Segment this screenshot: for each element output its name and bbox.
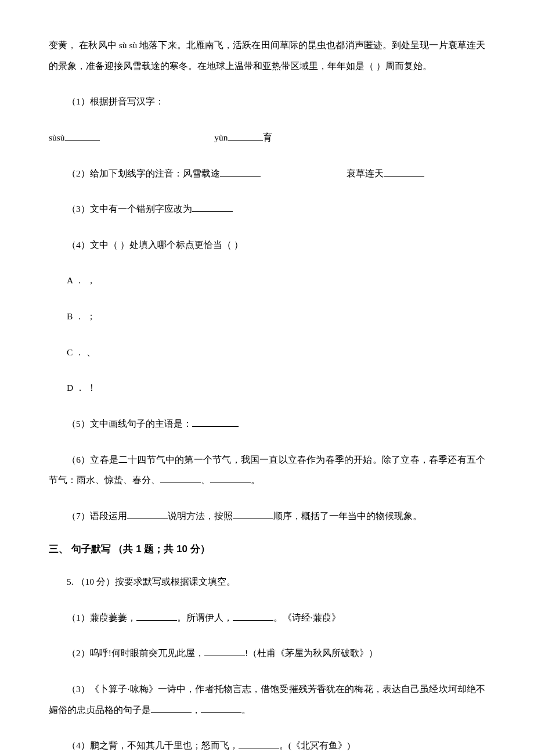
pinyin-yun: yùn: [214, 132, 228, 142]
option-d[interactable]: D ． ！: [49, 377, 485, 398]
question-5-header: 5. （10 分）按要求默写或根据课文填空。: [49, 571, 485, 592]
char-yu: 育: [263, 132, 272, 142]
blank-s3a[interactable]: [151, 703, 192, 713]
sub-question-2: （2）给加下划线字的注音：风雪载途 衰草连天: [49, 163, 485, 184]
q5-text: （5）文中画线句子的主语是：: [67, 419, 192, 429]
q7-text-a: （7）语段运用: [67, 511, 127, 521]
pinyin-row: sùsù yùn育: [49, 127, 485, 148]
q3-text: （3）文中有一个错别字应改为: [67, 204, 192, 214]
blank-yun[interactable]: [228, 131, 263, 141]
blank-zai[interactable]: [220, 167, 261, 177]
s2-b: !（杜甫《茅屋为秋风所破歌》）: [245, 648, 378, 658]
pinyin-susu: sùsù: [49, 132, 65, 142]
dictation-1: （1）蒹葭萋萋，。所谓伊人，。《诗经·蒹葭》: [49, 607, 485, 628]
sub-question-5: （5）文中画线句子的主语是：: [49, 413, 485, 434]
q7-text-c: 顺序，概括了一年当中的物候现象。: [273, 511, 422, 521]
s4-b: 。(《北冥有鱼》): [279, 740, 350, 750]
intro-paragraph: 变黄， 在秋风中 sù sù 地落下来。北雁南飞，活跃在田间草际的昆虫也都消声匿…: [49, 35, 485, 76]
sub-question-1: （1）根据拼音写汉字：: [49, 91, 485, 112]
q7-text-b: 说明方法，按照: [168, 511, 233, 521]
sub-question-6: （6）立春是二十四节气中的第一个节气，我国一直以立春作为春季的开始。除了立春，春…: [49, 449, 485, 491]
sub-question-4: （4）文中（ ）处填入哪个标点更恰当（ ）: [49, 235, 485, 255]
q2-text-a: （2）给加下划线字的注音：风雪载途: [67, 168, 220, 178]
blank-s3b[interactable]: [201, 703, 241, 713]
blank-shuai[interactable]: [384, 167, 424, 177]
sub-question-3: （3）文中有一个错别字应改为: [49, 199, 485, 219]
option-a[interactable]: A ． ，: [49, 270, 485, 291]
blank-typo[interactable]: [192, 203, 233, 213]
s3-a: （3）《卜算子·咏梅》一诗中，作者托物言志，借饱受摧残芳香犹在的梅花，表达自己虽…: [49, 684, 485, 715]
blank-term-2[interactable]: [210, 474, 251, 484]
s3-end: 。: [241, 705, 251, 715]
blank-s1a[interactable]: [136, 611, 177, 621]
blank-subject[interactable]: [192, 417, 239, 427]
option-b[interactable]: B ． ；: [49, 306, 485, 327]
blank-term-1[interactable]: [160, 474, 201, 484]
blank-s2[interactable]: [204, 647, 245, 657]
blank-method[interactable]: [127, 509, 168, 519]
blank-susu[interactable]: [65, 131, 100, 141]
blank-order[interactable]: [233, 509, 273, 519]
s4-a: （4）鹏之背，不知其几千里也；怒而飞，: [67, 740, 239, 750]
dictation-3: （3）《卜算子·咏梅》一诗中，作者托物言志，借饱受摧残芳香犹在的梅花，表达自己虽…: [49, 679, 485, 720]
s3-sep: ，: [192, 705, 201, 715]
q2-text-b: 衰草连天: [347, 168, 384, 178]
option-c[interactable]: C ． 、: [49, 342, 485, 363]
s1-b: 。所谓伊人，: [177, 613, 233, 622]
q6-text-a: （6）立春是二十四节气中的第一个节气，我国一直以立春作为春季的开始。除了立春，春…: [49, 455, 485, 485]
blank-s1b[interactable]: [233, 611, 273, 621]
section-3-heading: 三、 句子默写 （共 1 题；共 10 分）: [49, 542, 485, 557]
s2-a: （2）呜呼!何时眼前突兀见此屋，: [67, 648, 204, 658]
sub-question-7: （7）语段运用说明方法，按照顺序，概括了一年当中的物候现象。: [49, 506, 485, 527]
blank-s4[interactable]: [239, 739, 279, 749]
q6-sep: 、: [201, 475, 210, 485]
dictation-2: （2）呜呼!何时眼前突兀见此屋，!（杜甫《茅屋为秋风所破歌》）: [49, 643, 485, 664]
q6-end: 。: [251, 475, 260, 485]
s1-c: 。《诗经·蒹葭》: [273, 613, 341, 622]
dictation-4: （4）鹏之背，不知其几千里也；怒而飞，。(《北冥有鱼》): [49, 735, 485, 756]
s1-a: （1）蒹葭萋萋，: [67, 613, 136, 622]
